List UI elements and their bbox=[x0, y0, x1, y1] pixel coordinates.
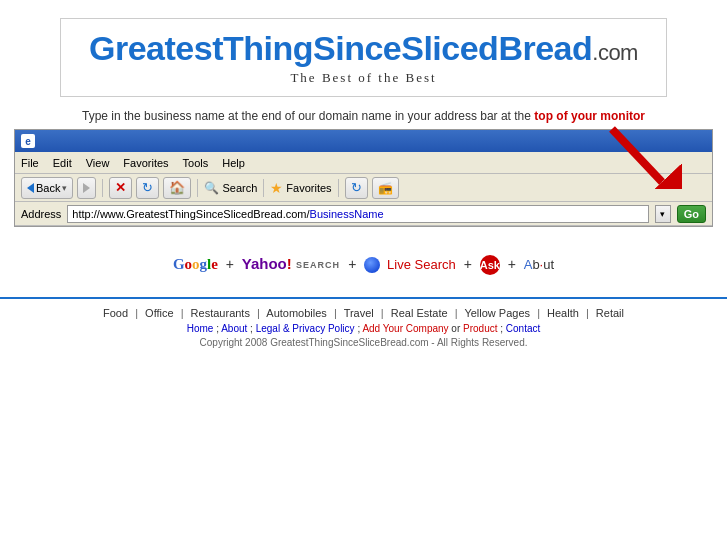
instruction-main: Type in the business name at the end of … bbox=[82, 109, 531, 123]
address-url-linked: BusinessName bbox=[310, 208, 384, 220]
address-dropdown[interactable]: ▾ bbox=[655, 205, 671, 223]
yahoo-link[interactable]: Yahoo! SEARCH bbox=[242, 255, 344, 272]
footer-restaurants[interactable]: Restaurants bbox=[191, 307, 250, 319]
forward-arrow-icon bbox=[83, 183, 90, 193]
sep-3: | bbox=[257, 307, 260, 319]
media-icon: 📻 bbox=[378, 181, 393, 195]
live-globe-icon bbox=[364, 257, 380, 273]
toolbar-separator-1 bbox=[102, 179, 103, 197]
menu-view[interactable]: View bbox=[86, 157, 110, 169]
stop-button[interactable]: ✕ bbox=[109, 177, 132, 199]
footer-food[interactable]: Food bbox=[103, 307, 128, 319]
plus-1: + bbox=[226, 256, 234, 272]
browser-icon: e bbox=[21, 134, 35, 148]
search-label: Search bbox=[222, 182, 257, 194]
address-input[interactable]: http://www.GreatestThingSinceSlicedBread… bbox=[67, 205, 648, 223]
address-label: Address bbox=[21, 208, 61, 220]
back-arrow-icon bbox=[27, 183, 34, 193]
footer-copyright: Copyright 2008 GreatestThingSinceSliceBr… bbox=[0, 336, 727, 349]
footer-about[interactable]: About bbox=[221, 323, 247, 334]
menu-tools[interactable]: Tools bbox=[183, 157, 209, 169]
fsep-3: ; bbox=[357, 323, 360, 334]
sep-2: | bbox=[181, 307, 184, 319]
media-btn[interactable]: 📻 bbox=[372, 177, 399, 199]
footer-contact[interactable]: Contact bbox=[506, 323, 540, 334]
browser-addressbar: Address http://www.GreatestThingSinceSli… bbox=[15, 202, 712, 226]
go-button[interactable]: Go bbox=[677, 205, 706, 223]
menu-help[interactable]: Help bbox=[222, 157, 245, 169]
back-button[interactable]: Back ▾ bbox=[21, 177, 73, 199]
menu-favorites[interactable]: Favorites bbox=[123, 157, 168, 169]
footer-travel[interactable]: Travel bbox=[344, 307, 374, 319]
fsep-4: ; bbox=[500, 323, 503, 334]
sep-5: | bbox=[381, 307, 384, 319]
refresh-icon: ↻ bbox=[142, 180, 153, 195]
bottom-divider bbox=[0, 297, 727, 299]
fsep-2: ; bbox=[250, 323, 253, 334]
sep-6: | bbox=[455, 307, 458, 319]
refresh-btn2[interactable]: ↻ bbox=[345, 177, 368, 199]
favorites-button[interactable]: ★ Favorites bbox=[270, 180, 331, 196]
stop-icon: ✕ bbox=[115, 180, 126, 195]
search-icon: 🔍 bbox=[204, 181, 219, 195]
star-icon: ★ bbox=[270, 180, 283, 196]
footer-legal[interactable]: Legal & Privacy Policy bbox=[256, 323, 355, 334]
back-label: Back bbox=[36, 182, 60, 194]
instruction-text: Type in the business name at the end of … bbox=[0, 109, 727, 123]
plus-2: + bbox=[348, 256, 356, 272]
footer-realestate[interactable]: Real Estate bbox=[391, 307, 448, 319]
menu-file[interactable]: File bbox=[21, 157, 39, 169]
browser-titlebar: e bbox=[15, 130, 712, 152]
google-link[interactable]: Google bbox=[173, 256, 222, 272]
logo-dotcom: .com bbox=[592, 40, 638, 65]
about-link[interactable]: Ab·ut bbox=[524, 257, 554, 272]
toolbar-separator-2 bbox=[197, 179, 198, 197]
address-url-text: http://www.GreatestThingSinceSlicedBread… bbox=[72, 208, 383, 220]
home-button[interactable]: 🏠 bbox=[163, 177, 191, 199]
footer-automobiles[interactable]: Automobiles bbox=[266, 307, 327, 319]
home-icon: 🏠 bbox=[169, 180, 185, 195]
footer-health[interactable]: Health bbox=[547, 307, 579, 319]
browser-menubar: File Edit View Favorites Tools Help bbox=[15, 152, 712, 174]
footer-secondary: Home ; About ; Legal & Privacy Policy ; … bbox=[0, 321, 727, 336]
instruction-red: top of your monitor bbox=[534, 109, 645, 123]
logo-title-text: GreatestThingSinceSlicedBread bbox=[89, 29, 592, 67]
search-engines-section: Google + Yahoo! SEARCH + Live Search + A… bbox=[0, 227, 727, 297]
footer-or: or bbox=[451, 323, 463, 334]
sep-7: | bbox=[537, 307, 540, 319]
toolbar-separator-4 bbox=[338, 179, 339, 197]
logo-title: GreatestThingSinceSlicedBread.com bbox=[81, 29, 646, 68]
fsep-1: ; bbox=[216, 323, 219, 334]
ask-link[interactable]: Ask bbox=[480, 255, 500, 275]
toolbar-separator-3 bbox=[263, 179, 264, 197]
live-search-link[interactable]: Live Search bbox=[387, 257, 456, 272]
footer-office[interactable]: Office bbox=[145, 307, 174, 319]
browser-toolbar: Back ▾ ✕ ↻ 🏠 🔍 Search ★ Favorites ↻ bbox=[15, 174, 712, 202]
footer-nav: Food | Office | Restaurants | Automobile… bbox=[0, 303, 727, 321]
logo-section: GreatestThingSinceSlicedBread.com The Be… bbox=[60, 18, 667, 97]
footer-product[interactable]: Product bbox=[463, 323, 497, 334]
back-dropdown-icon: ▾ bbox=[62, 183, 67, 193]
browser-mockup: e File Edit View Favorites Tools Help Ba… bbox=[14, 129, 713, 227]
plus-4: + bbox=[508, 256, 516, 272]
sep-1: | bbox=[135, 307, 138, 319]
footer-yellowpages[interactable]: Yellow Pages bbox=[464, 307, 530, 319]
plus-3: + bbox=[464, 256, 472, 272]
footer-retail[interactable]: Retail bbox=[596, 307, 624, 319]
address-url-prefix: http://www.GreatestThingSinceSlicedBread… bbox=[72, 208, 309, 220]
search-button[interactable]: 🔍 Search bbox=[204, 181, 257, 195]
favorites-label: Favorites bbox=[286, 182, 331, 194]
sep-8: | bbox=[586, 307, 589, 319]
footer-home[interactable]: Home bbox=[187, 323, 214, 334]
refresh-button[interactable]: ↻ bbox=[136, 177, 159, 199]
sep-4: | bbox=[334, 307, 337, 319]
footer-add-company[interactable]: Add Your Company bbox=[362, 323, 448, 334]
logo-subtitle: The Best of the Best bbox=[81, 70, 646, 86]
menu-edit[interactable]: Edit bbox=[53, 157, 72, 169]
refresh2-icon: ↻ bbox=[351, 180, 362, 195]
forward-button[interactable] bbox=[77, 177, 96, 199]
